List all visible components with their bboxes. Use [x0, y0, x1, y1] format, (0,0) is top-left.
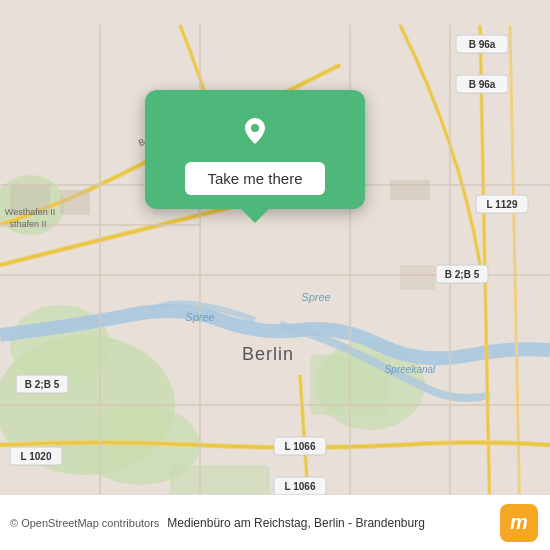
bottom-bar: © OpenStreetMap contributors Medienbüro … — [0, 494, 550, 550]
svg-text:L 1066: L 1066 — [285, 481, 316, 492]
location-pin-icon — [233, 108, 277, 152]
svg-text:L 1129: L 1129 — [487, 199, 518, 210]
moovit-m-icon: m — [500, 504, 538, 542]
svg-text:Westhafen II: Westhafen II — [5, 207, 55, 217]
svg-text:L 1020: L 1020 — [21, 451, 52, 462]
svg-rect-19 — [390, 180, 430, 200]
svg-rect-20 — [400, 265, 435, 290]
svg-text:B 96a: B 96a — [469, 39, 496, 50]
svg-text:sthafen II: sthafen II — [9, 219, 46, 229]
svg-text:B 96a: B 96a — [469, 79, 496, 90]
svg-text:B 2;B 5: B 2;B 5 — [25, 379, 60, 390]
map-attribution: © OpenStreetMap contributors — [10, 517, 159, 529]
svg-point-45 — [251, 124, 259, 132]
map-container: B 96a B 96a L 1129 B 2;B 5 B 2;B 5 L 102… — [0, 0, 550, 550]
popup-card: Take me there — [145, 90, 365, 209]
map-background: B 96a B 96a L 1129 B 2;B 5 B 2;B 5 L 102… — [0, 0, 550, 550]
svg-text:B 2;B 5: B 2;B 5 — [445, 269, 480, 280]
svg-text:Spree: Spree — [185, 311, 214, 323]
take-me-there-button[interactable]: Take me there — [185, 162, 324, 195]
svg-text:Berlin: Berlin — [242, 344, 294, 364]
svg-text:Spree: Spree — [301, 291, 330, 303]
svg-rect-17 — [60, 190, 90, 215]
svg-text:Spreekanal: Spreekanal — [385, 364, 436, 375]
moovit-logo: m — [500, 504, 538, 542]
svg-text:L 1066: L 1066 — [285, 441, 316, 452]
location-label: Medienbüro am Reichstag, Berlin - Brande… — [159, 516, 500, 530]
